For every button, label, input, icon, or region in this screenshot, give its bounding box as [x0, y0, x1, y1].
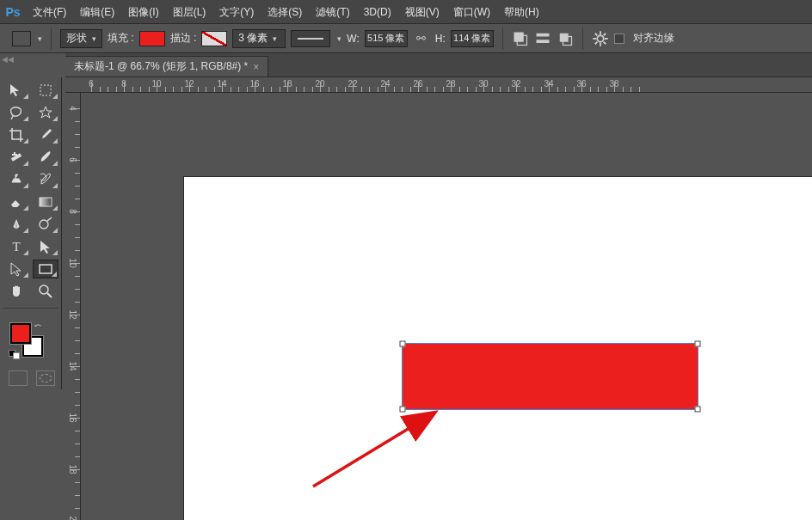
ruler-tick-label: 6 [68, 157, 77, 162]
artboard[interactable]: 溜溜自学 ZIXUE.3D66.COM [184, 177, 812, 520]
ruler-tick-label: 4 [68, 106, 77, 111]
ruler-tick-label: 28 [446, 79, 455, 89]
svg-line-14 [604, 33, 606, 35]
canvas-area[interactable]: 溜溜自学 ZIXUE.3D66.COM [81, 93, 812, 520]
ruler-tick-label: 18 [68, 464, 77, 474]
gradient-tool[interactable] [33, 193, 58, 211]
foreground-color-swatch[interactable] [10, 323, 31, 344]
svg-rect-4 [560, 33, 569, 41]
resize-handle-tl[interactable] [400, 341, 406, 347]
menu-filter[interactable]: 滤镜(T) [309, 0, 356, 24]
type-tool[interactable]: T [3, 237, 29, 256]
menu-3d[interactable]: 3D(D) [357, 0, 398, 24]
vertical-ruler[interactable]: 468101214161820 [65, 93, 81, 520]
swap-colors-icon[interactable]: ⤺ [34, 321, 41, 330]
direct-select-tool[interactable] [3, 260, 29, 278]
chevron-down-icon: ▾ [38, 34, 42, 43]
tool-preset-picker[interactable] [12, 31, 31, 46]
height-input[interactable] [451, 30, 494, 47]
ruler-tick-label: 26 [413, 79, 422, 89]
ruler-tick-label: 10 [68, 258, 77, 267]
svg-rect-23 [40, 265, 52, 273]
quick-select-tool[interactable] [33, 103, 58, 122]
resize-handle-tr[interactable] [695, 341, 701, 347]
ruler-tick-label: 12 [68, 309, 77, 319]
ruler-tick-label: 22 [348, 79, 357, 89]
path-operations-icon[interactable] [512, 30, 529, 47]
menu-type[interactable]: 文字(Y) [212, 0, 261, 24]
menu-select[interactable]: 选择(S) [261, 0, 309, 24]
fill-color-swatch[interactable] [139, 31, 165, 46]
eraser-tool[interactable] [3, 193, 29, 211]
svg-line-12 [604, 41, 606, 44]
path-alignment-icon[interactable] [534, 30, 551, 47]
stroke-width-dropdown[interactable]: 3 像素 ▾ [232, 29, 286, 48]
menu-window[interactable]: 窗口(W) [446, 0, 497, 24]
shape-mode-dropdown[interactable]: 形状 ▾ [60, 29, 102, 48]
zoom-tool[interactable] [33, 282, 58, 301]
resize-handle-br[interactable] [695, 407, 701, 413]
align-edges-checkbox[interactable] [614, 34, 624, 44]
stroke-type-dropdown[interactable] [291, 30, 330, 47]
fill-label: 填充 : [108, 31, 134, 46]
ruler-tick-label: 14 [68, 361, 77, 370]
svg-text:T: T [12, 240, 20, 254]
lasso-tool[interactable] [3, 103, 29, 122]
svg-line-26 [313, 413, 434, 486]
stroke-width-value: 3 像素 [238, 31, 268, 46]
close-icon[interactable]: × [253, 61, 259, 73]
ruler-tick-label: 12 [184, 79, 194, 89]
ruler-tick-label: 8 [68, 209, 77, 214]
stroke-color-swatch[interactable] [201, 31, 227, 46]
quick-mask-button[interactable] [36, 370, 55, 386]
menu-file[interactable]: 文件(F) [26, 0, 73, 24]
clone-stamp-tool[interactable] [3, 170, 29, 189]
resize-handle-bl[interactable] [400, 407, 406, 413]
menu-help[interactable]: 帮助(H) [497, 0, 546, 24]
svg-line-11 [595, 33, 598, 35]
svg-rect-3 [536, 40, 549, 43]
align-edges-label: 对齐边缘 [633, 31, 674, 46]
healing-tool[interactable] [3, 148, 29, 167]
move-tool[interactable] [3, 81, 29, 100]
brush-tool[interactable] [33, 148, 58, 167]
chevron-down-icon: ▾ [92, 34, 96, 43]
link-wh-icon[interactable]: ⚯ [413, 30, 430, 47]
document-tab-title: 未标题-1 @ 66.7% (矩形 1, RGB/8#) * [74, 59, 248, 74]
horizontal-ruler[interactable]: 68101214161820222426283032343638 [65, 77, 812, 93]
hand-tool[interactable] [3, 282, 29, 301]
stroke-label: 描边 : [170, 31, 197, 46]
ruler-tick-label: 10 [151, 79, 161, 89]
rectangle-tool[interactable] [33, 260, 58, 278]
svg-point-20 [40, 220, 48, 229]
marquee-tool[interactable] [33, 81, 58, 100]
pen-tool[interactable] [3, 215, 29, 234]
shape-mode-value: 形状 [66, 31, 87, 46]
path-select-tool[interactable] [33, 237, 58, 256]
svg-rect-15 [40, 85, 51, 95]
menu-edit[interactable]: 编辑(E) [73, 0, 121, 24]
menu-layer[interactable]: 图层(L) [166, 0, 213, 24]
svg-rect-0 [514, 32, 523, 41]
dodge-tool[interactable] [33, 215, 58, 234]
ruler-tick-label: 8 [121, 79, 126, 89]
chevron-down-icon: ▾ [337, 34, 341, 43]
document-tab[interactable]: 未标题-1 @ 66.7% (矩形 1, RGB/8#) * × [65, 56, 268, 76]
path-arrangement-icon[interactable] [557, 30, 574, 47]
default-colors-icon[interactable] [9, 350, 21, 362]
standard-mode-button[interactable] [9, 370, 28, 386]
crop-tool[interactable] [3, 125, 29, 144]
menu-image[interactable]: 图像(I) [121, 0, 165, 24]
history-brush-tool[interactable] [33, 170, 58, 189]
width-input[interactable] [365, 30, 408, 47]
ruler-tick-label: 24 [380, 79, 390, 89]
svg-line-25 [47, 293, 52, 297]
eyedropper-tool[interactable] [33, 125, 58, 144]
ruler-tick-label: 36 [576, 79, 586, 89]
collapse-handle-icon[interactable]: ◀◀ [2, 55, 10, 64]
menu-view[interactable]: 视图(V) [398, 0, 446, 24]
gear-icon[interactable] [592, 30, 609, 47]
rectangle-shape[interactable] [403, 344, 698, 409]
chevron-down-icon: ▾ [273, 34, 277, 43]
color-swatches: ⤺ [3, 321, 58, 364]
